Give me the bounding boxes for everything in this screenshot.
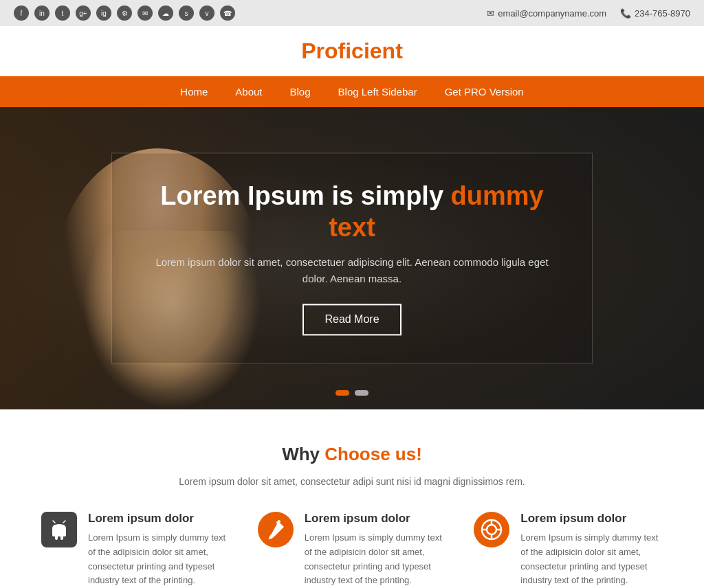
social-icon-vk[interactable]: v <box>199 5 214 21</box>
why-subtitle: Lorem ipsum dolor sit amet, consectetur … <box>41 476 663 487</box>
logo-highlight: P <box>301 38 316 63</box>
why-header: Why Choose us! <box>41 444 663 465</box>
social-icon-cloud[interactable]: ☁ <box>158 5 173 21</box>
nav-blog-sidebar[interactable]: Blog Left Sidebar <box>338 86 417 98</box>
contact-info: ✉ email@companyname.com 📞 234-765-8970 <box>487 8 690 19</box>
feature-lifebuoy: Lorem ipsum dolor Lorem Ipsum is simply … <box>474 512 663 588</box>
feature-lifebuoy-text: Lorem ipsum dolor Lorem Ipsum is simply … <box>520 512 663 588</box>
brush-icon <box>258 512 294 547</box>
hero-description: Lorem ipsum dolor sit amet, consectetuer… <box>153 255 551 288</box>
social-icon-gplus[interactable]: g+ <box>76 5 91 21</box>
nav-home[interactable]: Home <box>180 86 208 98</box>
why-section: Why Choose us! Lorem ipsum dolor sit ame… <box>0 409 704 588</box>
feature-brush: Lorem ipsum dolor Lorem Ipsum is simply … <box>258 512 447 588</box>
logo-text: roficient <box>316 38 403 63</box>
social-icon-settings[interactable]: ⚙ <box>117 5 132 21</box>
social-icon-mail[interactable]: ✉ <box>138 5 153 21</box>
feature-lifebuoy-desc: Lorem Ipsum is simply dummy text of the … <box>520 531 663 588</box>
phone-contact: 📞 234-765-8970 <box>620 8 690 19</box>
feature-brush-desc: Lorem Ipsum is simply dummy text of the … <box>305 531 447 588</box>
why-title: Why Choose us! <box>41 444 663 465</box>
hero-dot-2[interactable] <box>355 390 368 396</box>
hero-title: Lorem Ipsum is simply dummy text <box>153 181 551 243</box>
social-icon-twitter[interactable]: t <box>55 5 70 21</box>
social-icon-phone-social[interactable]: ☎ <box>220 5 235 21</box>
hero-section: Lorem Ipsum is simply dummy text Lorem i… <box>0 107 704 409</box>
main-nav: Home About Blog Blog Left Sidebar Get PR… <box>0 76 704 107</box>
feature-lifebuoy-title: Lorem ipsum dolor <box>520 512 663 525</box>
features-grid: Lorem ipsum dolor Lorem Ipsum is simply … <box>41 512 663 588</box>
site-logo: Proficient <box>12 38 692 64</box>
feature-brush-title: Lorem ipsum dolor <box>305 512 447 525</box>
nav-blog[interactable]: Blog <box>290 86 311 98</box>
feature-android-text: Lorem ipsum dolor Lorem Ipsum is simply … <box>88 512 230 588</box>
social-icon-facebook[interactable]: f <box>14 5 29 21</box>
svg-line-3 <box>63 521 65 523</box>
hero-dot-1[interactable] <box>336 390 349 396</box>
email-icon: ✉ <box>487 8 494 19</box>
top-bar: f in t g+ ig ⚙ ✉ ☁ s v ☎ ✉ email@company… <box>0 0 704 26</box>
why-title-plain: Why <box>282 444 324 464</box>
lifebuoy-icon <box>474 512 509 547</box>
nav-pro[interactable]: Get PRO Version <box>445 86 524 98</box>
feature-android-desc: Lorem Ipsum is simply dummy text of the … <box>88 531 230 588</box>
hero-content-box: Lorem Ipsum is simply dummy text Lorem i… <box>111 152 593 363</box>
brush-svg <box>265 519 287 541</box>
lifebuoy-svg <box>481 519 503 541</box>
social-icon-skype[interactable]: s <box>179 5 194 21</box>
why-title-highlight: Choose us! <box>324 444 422 464</box>
hero-title-plain: Lorem Ipsum is simply <box>160 181 450 210</box>
nav-about[interactable]: About <box>235 86 262 98</box>
social-icon-instagram[interactable]: ig <box>96 5 111 21</box>
hero-dots <box>336 390 368 396</box>
email-contact: ✉ email@companyname.com <box>487 8 606 19</box>
svg-point-6 <box>487 525 496 534</box>
feature-android-title: Lorem ipsum dolor <box>88 512 230 525</box>
social-icons: f in t g+ ig ⚙ ✉ ☁ s v ☎ <box>14 5 235 21</box>
phone-number: 234-765-8970 <box>635 8 690 19</box>
site-header: Proficient <box>0 26 704 76</box>
social-icon-linkedin[interactable]: in <box>34 5 50 21</box>
svg-line-2 <box>53 521 55 523</box>
feature-android: Lorem ipsum dolor Lorem Ipsum is simply … <box>41 512 230 588</box>
feature-brush-text: Lorem ipsum dolor Lorem Ipsum is simply … <box>305 512 447 588</box>
android-icon <box>41 512 77 547</box>
phone-icon: 📞 <box>620 8 631 19</box>
hero-read-more-button[interactable]: Read More <box>302 304 401 336</box>
email-address: email@companyname.com <box>498 8 606 19</box>
android-svg <box>48 519 70 541</box>
